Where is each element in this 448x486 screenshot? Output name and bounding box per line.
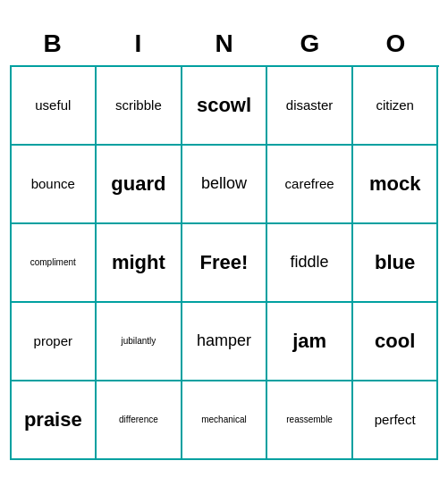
cell-text: bounce (31, 176, 75, 192)
cell-text: difference (119, 415, 158, 425)
bingo-cell: reassemble (267, 381, 353, 460)
cell-text: carefree (285, 176, 334, 192)
cell-text: scowl (197, 94, 251, 117)
cell-text: praise (24, 408, 82, 432)
cell-text: mock (369, 172, 420, 196)
bingo-cell: scribble (97, 67, 182, 146)
bingo-grid: usefulscribblescowldisastercitizenbounce… (10, 65, 439, 460)
bingo-cell: might (97, 224, 182, 303)
bingo-cell: bellow (182, 146, 268, 224)
cell-text: jam (292, 330, 326, 353)
bingo-cell: difference (97, 381, 182, 460)
header-letter: O (353, 26, 439, 62)
bingo-cell: mock (353, 146, 439, 224)
cell-text: might (112, 251, 165, 274)
cell-text: useful (35, 97, 71, 113)
cell-text: cool (375, 330, 415, 353)
bingo-cell: jubilantly (97, 303, 182, 381)
cell-text: disaster (286, 97, 334, 113)
bingo-cell: jam (267, 303, 353, 381)
header-letter: B (10, 26, 96, 62)
bingo-cell: bounce (12, 146, 97, 224)
cell-text: proper (34, 333, 72, 349)
bingo-header: BINGO (10, 26, 439, 62)
bingo-cell: disaster (267, 67, 353, 146)
bingo-card: BINGO usefulscribblescowldisastercitizen… (10, 26, 439, 460)
bingo-cell: compliment (12, 224, 97, 303)
bingo-cell: mechanical (182, 381, 268, 460)
header-letter: N (182, 26, 267, 62)
cell-text: bellow (201, 174, 247, 194)
cell-text: blue (375, 251, 415, 274)
bingo-cell: citizen (353, 67, 439, 146)
cell-text: jubilantly (121, 336, 156, 347)
cell-text: Free! (200, 251, 249, 274)
cell-text: guard (111, 172, 165, 196)
header-letter: I (96, 26, 182, 62)
bingo-cell: hamper (182, 303, 268, 381)
header-letter: G (267, 26, 353, 62)
cell-text: hamper (197, 331, 251, 351)
cell-text: compliment (30, 257, 76, 268)
bingo-cell: Free! (182, 224, 268, 303)
bingo-cell: useful (12, 67, 97, 146)
bingo-cell: proper (12, 303, 97, 381)
bingo-cell: carefree (267, 146, 353, 224)
cell-text: reassemble (286, 415, 333, 425)
bingo-cell: perfect (353, 381, 439, 460)
bingo-cell: fiddle (267, 224, 353, 303)
cell-text: mechanical (201, 415, 247, 425)
cell-text: fiddle (291, 253, 329, 272)
bingo-cell: scowl (182, 67, 268, 146)
bingo-cell: praise (12, 381, 97, 460)
cell-text: perfect (375, 412, 416, 428)
bingo-cell: blue (353, 224, 439, 303)
cell-text: scribble (115, 97, 162, 113)
cell-text: citizen (376, 97, 414, 113)
bingo-cell: cool (353, 303, 439, 381)
bingo-cell: guard (97, 146, 182, 224)
